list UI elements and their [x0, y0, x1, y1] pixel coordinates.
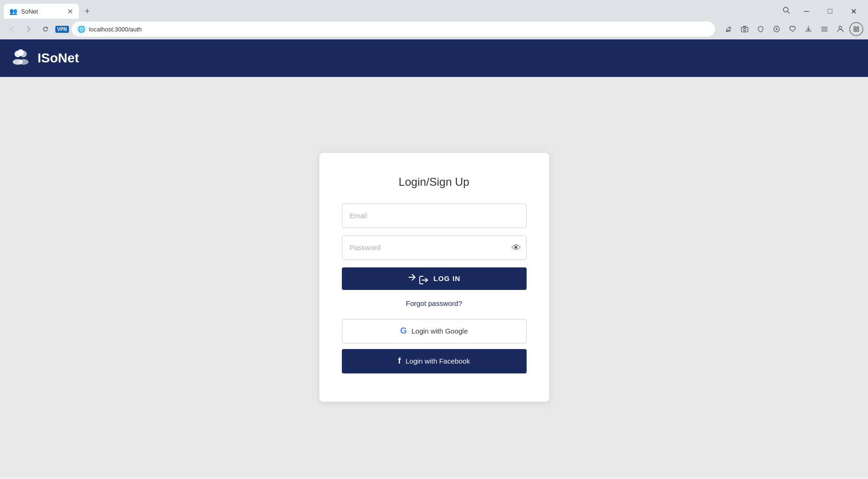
menu-icon[interactable] — [817, 22, 831, 36]
browser-search-icon[interactable] — [781, 5, 792, 18]
camera-icon[interactable] — [738, 22, 752, 36]
shield-icon[interactable] — [754, 22, 768, 36]
app-title: ISoNet — [38, 51, 79, 66]
svg-point-9 — [839, 26, 842, 29]
forgot-password-section: Forgot password? — [342, 299, 527, 308]
app-header: ISoNet — [0, 39, 868, 77]
address-bar: VPN 🌐 localhost:3000/auth — [0, 19, 868, 39]
svg-rect-11 — [857, 27, 859, 29]
forward-button[interactable] — [22, 22, 36, 36]
window-controls: ─ □ ✕ — [796, 4, 864, 19]
svg-rect-10 — [854, 27, 856, 29]
svg-point-18 — [18, 59, 29, 65]
login-button-label: LOG IN — [433, 274, 460, 282]
login-title: Login/Sign Up — [342, 175, 527, 189]
email-group — [342, 204, 527, 228]
login-button-icon — [408, 273, 429, 284]
back-button[interactable] — [5, 22, 19, 36]
svg-point-4 — [744, 29, 746, 31]
svg-rect-3 — [741, 27, 748, 32]
tab-favicon: 👥 — [9, 8, 17, 15]
password-input[interactable] — [342, 236, 527, 260]
svg-rect-13 — [857, 30, 859, 31]
svg-point-16 — [17, 49, 24, 56]
facebook-button-label: Login with Facebook — [406, 357, 470, 365]
play-icon[interactable] — [770, 22, 784, 36]
svg-line-1 — [788, 11, 790, 13]
login-button[interactable]: LOG IN — [342, 267, 527, 290]
new-tab-button[interactable]: + — [81, 5, 94, 18]
profile-icon[interactable] — [833, 22, 847, 36]
edit-icon[interactable] — [722, 22, 736, 36]
google-button-label: Login with Google — [411, 327, 468, 335]
heart-icon[interactable] — [785, 22, 800, 36]
download-icon[interactable] — [801, 22, 815, 36]
login-card: Login/Sign Up 👁 LOG IN Forgot password? — [319, 153, 549, 402]
password-group: 👁 — [342, 236, 527, 260]
forgot-password-link[interactable]: Forgot password? — [406, 299, 462, 307]
refresh-button[interactable] — [38, 22, 53, 36]
tab-bar: 👥 SoNet ✕ + ─ □ ✕ — [0, 0, 868, 19]
url-bar[interactable]: 🌐 localhost:3000/auth — [72, 22, 715, 37]
vpn-badge: VPN — [55, 26, 69, 33]
facebook-login-button[interactable]: f Login with Facebook — [342, 349, 527, 373]
toggle-password-icon[interactable]: 👁 — [512, 242, 521, 253]
app-logo-icon — [11, 48, 30, 69]
email-input[interactable] — [342, 204, 527, 228]
tab-title: SoNet — [21, 8, 63, 15]
minimize-button[interactable]: ─ — [796, 4, 817, 19]
close-button[interactable]: ✕ — [843, 4, 864, 19]
facebook-icon: f — [398, 356, 401, 366]
url-text: localhost:3000/auth — [89, 26, 142, 33]
app-body: Login/Sign Up 👁 LOG IN Forgot password? — [0, 77, 868, 477]
tab-close-button[interactable]: ✕ — [67, 7, 73, 16]
globe-icon: 🌐 — [77, 25, 85, 33]
svg-rect-12 — [854, 30, 856, 31]
maximize-button[interactable]: □ — [819, 4, 841, 19]
extensions-button[interactable] — [849, 22, 863, 36]
google-icon: G — [400, 326, 407, 336]
browser-tab[interactable]: 👥 SoNet ✕ — [4, 4, 79, 19]
toolbar-icons — [722, 22, 863, 36]
google-login-button[interactable]: G Login with Google — [342, 319, 527, 343]
browser-chrome: 👥 SoNet ✕ + ─ □ ✕ VPN 🌐 l — [0, 0, 868, 39]
